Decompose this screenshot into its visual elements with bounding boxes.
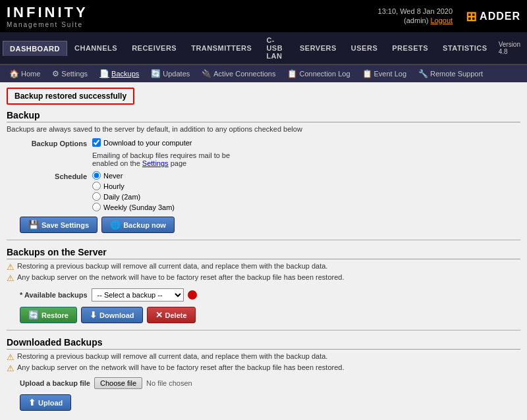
tab-transmitters[interactable]: TRANSMITTERS [184, 40, 259, 56]
schedule-options: Never Hourly Daily (2am) Weekly (Sunday … [92, 171, 175, 211]
logo-area: INFINITY Management Suite [7, 4, 88, 28]
schedule-weekly: Weekly (Sunday 3am) [92, 203, 175, 211]
subnav-active-connections[interactable]: 🔌 Active Connections [196, 67, 281, 80]
version-badge: Version 4.8 [495, 39, 524, 57]
email-note: Emailing of backup files requires mail t… [92, 151, 520, 167]
backup-select[interactable]: -- Select a backup -- [92, 288, 184, 302]
subnav-backups[interactable]: 📄 Backups [94, 67, 144, 80]
warning-icon-2: ⚠ [7, 273, 14, 283]
gear-icon: ⚙ [52, 69, 59, 78]
warning-icon-4: ⚠ [7, 363, 14, 373]
download-button[interactable]: ⬇ Download [81, 307, 143, 323]
backup-description: Backups are always saved to the server b… [7, 125, 520, 133]
event-log-icon: 📋 [362, 69, 372, 78]
sub-nav: 🏠 Home ⚙ Settings 📄 Backups 🔄 Updates 🔌 … [0, 65, 527, 82]
logout-link[interactable]: Logout [430, 16, 453, 24]
upload-button[interactable]: ⬆ Upload [20, 394, 71, 411]
section-divider-1 [7, 240, 520, 240]
subnav-home[interactable]: 🏠 Home [4, 67, 45, 80]
schedule-daily-radio[interactable] [92, 192, 101, 201]
tab-statistics[interactable]: STATISTICS [435, 40, 495, 56]
server-action-buttons: 🔄 Restore ⬇ Download ✕ Delete [20, 307, 520, 323]
success-message: Backup restored successfully [7, 88, 134, 105]
settings-link[interactable]: Settings [142, 159, 169, 167]
remote-support-icon: 🔧 [418, 69, 428, 78]
warning-icon-3: ⚠ [7, 352, 14, 362]
tab-receivers[interactable]: RECEIVERS [125, 40, 184, 56]
choose-file-button[interactable]: Choose file [94, 377, 142, 389]
save-settings-button[interactable]: 💾 Save Settings [20, 217, 97, 233]
updates-icon: 🔄 [151, 69, 161, 78]
backup-options-value: Download to your computer [92, 138, 192, 147]
no-file-text: No file chosen [146, 379, 192, 387]
subnav-settings[interactable]: ⚙ Settings [47, 67, 93, 80]
available-backups-row: * Available backups -- Select a backup -… [20, 288, 520, 302]
server-section-title: Backups on the Server [7, 247, 520, 259]
tab-servers[interactable]: SERVERS [292, 40, 344, 56]
subnav-remote-support[interactable]: 🔧 Remote Support [413, 67, 488, 80]
subnav-connection-log[interactable]: 📋 Connection Log [282, 67, 355, 80]
backup-now-button[interactable]: 🌐 Backup now [101, 217, 175, 233]
tab-dashboard[interactable]: DASHBOARD [3, 41, 67, 56]
save-icon: 💾 [28, 220, 39, 230]
schedule-daily: Daily (2am) [92, 192, 175, 201]
downloaded-warning-1: ⚠ Restoring a previous backup will remov… [7, 352, 520, 362]
app-header: INFINITY Management Suite 13:10, Wed 8 J… [0, 0, 527, 32]
delete-button[interactable]: ✕ Delete [147, 307, 196, 323]
download-checkbox-label: Download to your computer [103, 139, 192, 147]
schedule-hourly: Hourly [92, 182, 175, 190]
schedule-weekly-radio[interactable] [92, 203, 101, 211]
download-checkbox-row: Download to your computer [92, 138, 192, 147]
upload-button-row: ⬆ Upload [20, 394, 520, 411]
schedule-never: Never [92, 171, 175, 180]
warning-icon-1: ⚠ [7, 262, 14, 272]
downloaded-backups-section: Downloaded Backups ⚠ Restoring a previou… [7, 337, 520, 411]
upload-file-row: Upload a backup file Choose file No file… [20, 377, 520, 389]
tab-presets[interactable]: PRESETS [385, 40, 435, 56]
backup-buttons: 💾 Save Settings 🌐 Backup now [20, 217, 520, 233]
main-content: Backup restored successfully Backup Back… [0, 82, 527, 420]
backup-icon: 📄 [99, 69, 109, 78]
upload-icon: ⬆ [28, 398, 36, 407]
restore-icon: 🔄 [28, 310, 39, 320]
subnav-event-log[interactable]: 📋 Event Log [357, 67, 412, 80]
user-display: (admin) Logout [378, 16, 453, 24]
download-checkbox[interactable] [92, 138, 101, 147]
backup-options-label: Backup Options [20, 138, 92, 147]
available-backups-label: * Available backups [20, 291, 88, 299]
schedule-hourly-radio[interactable] [92, 182, 101, 190]
downloaded-section-title: Downloaded Backups [7, 337, 520, 350]
datetime-display: 13:10, Wed 8 Jan 2020 [378, 7, 453, 15]
tab-channels[interactable]: CHANNELS [67, 40, 125, 56]
schedule-never-radio[interactable] [92, 171, 101, 180]
main-nav: DASHBOARD CHANNELS RECEIVERS TRANSMITTER… [0, 32, 527, 65]
backup-now-icon: 🌐 [110, 220, 121, 230]
schedule-label: Schedule [20, 171, 92, 180]
tab-users[interactable]: USERS [344, 40, 385, 56]
tab-cusb-lan[interactable]: C-USB LAN [259, 32, 292, 64]
restore-button[interactable]: 🔄 Restore [20, 307, 77, 323]
server-warning-1: ⚠ Restoring a previous backup will remov… [7, 262, 520, 272]
section-divider-2 [7, 330, 520, 330]
subnav-updates[interactable]: 🔄 Updates [146, 67, 195, 80]
logo-sub: Management Suite [7, 21, 88, 28]
logo-infinity: INFINITY [7, 4, 88, 21]
home-icon: 🏠 [9, 69, 19, 78]
schedule-row: Schedule Never Hourly Daily (2am) Weekly… [7, 171, 520, 211]
error-indicator [188, 290, 197, 300]
backup-options-row: Backup Options Download to your computer [7, 138, 520, 147]
delete-icon: ✕ [155, 310, 163, 320]
server-backups-section: Backups on the Server ⚠ Restoring a prev… [7, 247, 520, 323]
downloaded-warning-2: ⚠ Any backup server on the network will … [7, 363, 520, 373]
upload-label: Upload a backup file [20, 379, 90, 387]
backup-section-title: Backup [7, 110, 520, 122]
connections-icon: 🔌 [202, 69, 211, 78]
download-icon: ⬇ [90, 310, 97, 320]
backup-section: Backup Backups are always saved to the s… [7, 110, 520, 233]
adder-logo: ⊞ ADDER [466, 9, 520, 24]
conn-log-icon: 📋 [287, 69, 297, 78]
server-warning-2: ⚠ Any backup server on the network will … [7, 273, 520, 283]
